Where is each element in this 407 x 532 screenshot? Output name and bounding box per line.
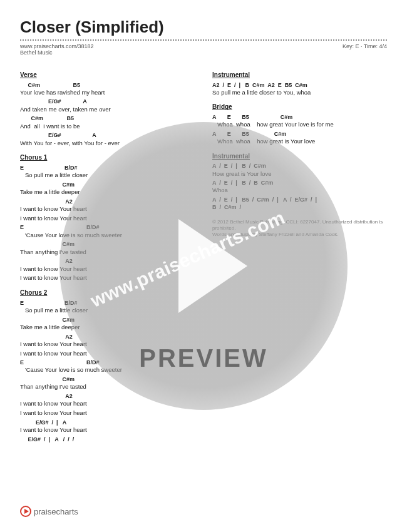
lyric-line: I want to know Your heart [20,205,195,213]
lyric-line: I want to know Your heart [20,409,195,417]
chord-line: C#m [20,316,195,324]
chord-line: E B/D# [20,223,195,231]
chord-line: E B/D# [20,359,195,366]
chord-line: E/G# / | A / / / [20,436,195,443]
chord-line: E/G# A [20,98,195,105]
chord-line: A / E / | B5 / C#m / | A / E/G# / | [212,196,387,203]
chord-line: A2 / E / | B C#m A2 E B5 C#m [212,81,387,89]
lyric-line: Your love has ravished my heart [20,89,195,97]
chord-line: E B/D# [20,299,195,307]
chord-line: A2 [20,392,195,400]
chord-line: A / E / | B / B C#m [212,179,387,187]
footer-brand: praisecharts [34,507,78,516]
content-columns: Verse C#m B5Your love has ravished my he… [20,64,387,443]
lyric-line: I want to know Your heart [20,274,195,282]
chord-line: C#m B5 [20,115,195,122]
footer-logo: praisecharts [20,506,78,517]
lyric-line: And all I want is to be [20,123,195,131]
chord-line: E/G# A [20,131,195,139]
chord-line: A2 [20,257,195,265]
chord-line: C#m [20,181,195,188]
lyric-line: 'Cause Your love is so much sweeter [20,232,195,240]
artist: Bethel Music [20,49,387,56]
chord-line: A E B5 C#m [212,130,387,138]
lyric-line: I want to know Your heart [20,340,195,349]
key-time: Key: E · Time: 4/4 [343,43,387,49]
chord-line: A / E / | B / C#m [212,162,387,170]
lyric-line: How great is Your love [212,170,387,178]
section-title: Instrumental [212,152,387,161]
chord-line: C#m B5 [20,81,195,89]
lyric-line: Take me a little deeper [20,188,195,197]
lyric-line: 'Cause Your love is so much sweeter [20,366,195,374]
page: Closer (Simplified) www.praisecharts.com… [0,0,407,532]
lyric-line: Whoa whoa how great Your love is for me [212,121,387,129]
chord-line: E B/D# [20,164,195,171]
chord-line: B / C#m / [212,203,387,211]
meta-row: www.praisecharts.com/38182 Key: E · Time… [20,43,387,49]
lyric-line: I want to know Your heart [20,350,195,358]
logo-play-icon [20,506,31,517]
lyric-line: Whoa [212,187,387,195]
section-title: Chorus 2 [20,289,195,297]
lyric-line: So pull me a little closer [20,307,195,315]
section-title: Instrumental [212,71,387,79]
lyric-line: I want to know Your heart [20,215,195,223]
chord-line: A2 [20,333,195,340]
chord-line: C#m [20,240,195,248]
section-title: Verse [20,71,195,79]
source-url: www.praisecharts.com/38182 [20,43,94,49]
section-title: Chorus 1 [20,153,195,162]
lyric-line: And taken me over, taken me over [20,106,195,114]
lyric-line: Than anything I've tasted [20,383,195,391]
chord-line: A2 [20,198,195,205]
lyric-line: I want to know Your heart [20,265,195,274]
chord-line: A E B5 C#m [212,113,387,121]
lyric-line: Whoa whoa how great is Your love [212,138,387,146]
lyric-line: Than anything I've tasted [20,248,195,257]
section-title: Bridge [212,103,387,111]
lyric-line: So pull me a little closer [20,171,195,180]
chord-line: C#m [20,376,195,383]
song-title: Closer (Simplified) [20,18,387,37]
divider [20,39,387,41]
lyric-line: So pull me a little closer to You, whoa [212,89,387,97]
lyric-line: Take me a little deeper [20,324,195,332]
left-column: Verse C#m B5Your love has ravished my he… [20,64,195,443]
lyric-line: I want to know Your heart [20,400,195,408]
lyric-line: I want to know Your heart [20,426,195,434]
right-column: InstrumentalA2 / E / | B C#m A2 E B5 C#m… [212,64,387,443]
lyric-line: With You for - ever, with You for - ever [20,140,195,148]
copyright: © 2012 Bethel Music Publishing. CCLI: 62… [212,219,387,238]
chord-line: E/G# / | A [20,419,195,426]
